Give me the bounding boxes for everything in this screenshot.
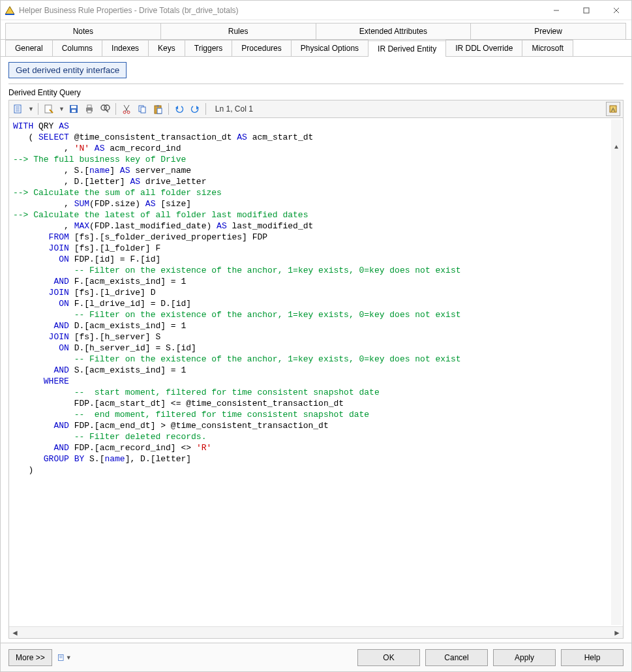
scroll-left-icon[interactable]: ◄ bbox=[9, 628, 21, 637]
ok-button[interactable]: OK bbox=[357, 649, 420, 666]
get-derived-entity-interface-button[interactable]: Get derived entity interface bbox=[8, 62, 127, 78]
tab-ir-ddl-override[interactable]: IR DDL Override bbox=[445, 40, 522, 56]
svg-rect-25 bbox=[141, 107, 145, 113]
undo-icon[interactable] bbox=[173, 102, 186, 115]
copy-icon[interactable] bbox=[136, 102, 149, 115]
tab-keys[interactable]: Keys bbox=[148, 40, 185, 56]
chevron-down-icon[interactable]: ▼ bbox=[58, 106, 65, 112]
more-button[interactable]: More >> bbox=[8, 649, 52, 666]
tab-notes[interactable]: Notes bbox=[5, 23, 161, 39]
horizontal-scrollbar[interactable]: ◄ ► bbox=[9, 626, 623, 638]
svg-rect-13 bbox=[72, 110, 76, 112]
tab-extended-attributes[interactable]: Extended Attributes bbox=[316, 23, 472, 39]
sql-editor[interactable]: WITH QRY AS ( SELECT @time_consistent_tr… bbox=[8, 118, 624, 639]
tab-triggers[interactable]: Triggers bbox=[185, 40, 233, 56]
svg-rect-15 bbox=[87, 105, 91, 108]
edit-with-tool-icon[interactable] bbox=[12, 102, 25, 115]
scroll-up-icon[interactable]: ▲ bbox=[611, 142, 622, 152]
tab-procedures[interactable]: Procedures bbox=[232, 40, 291, 56]
close-button[interactable] bbox=[601, 1, 631, 20]
svg-rect-16 bbox=[87, 110, 91, 113]
tab-ir-derived-entity[interactable]: IR Derived Entity bbox=[368, 40, 446, 57]
tab-general[interactable]: General bbox=[5, 40, 53, 56]
tab-physical-options[interactable]: Physical Options bbox=[291, 40, 369, 56]
redo-icon[interactable] bbox=[188, 102, 202, 115]
svg-rect-28 bbox=[157, 108, 162, 114]
print-icon[interactable] bbox=[83, 102, 96, 115]
app-icon bbox=[5, 5, 15, 16]
dialog-footer: More >> ▼ OK Cancel Apply Help bbox=[1, 643, 631, 671]
apply-button[interactable]: Apply bbox=[493, 649, 556, 666]
format-options-icon[interactable]: A bbox=[606, 102, 620, 116]
tab-rules[interactable]: Rules bbox=[160, 23, 316, 39]
help-button[interactable]: Help bbox=[561, 649, 624, 666]
cut-icon[interactable] bbox=[120, 102, 133, 115]
scroll-right-icon[interactable]: ► bbox=[611, 628, 623, 637]
editor-toolbar: ▼ ▼ bbox=[8, 100, 624, 118]
window-title: Helper Business Rule Properties - Drive … bbox=[19, 6, 541, 15]
editor-menu-icon[interactable] bbox=[42, 102, 55, 115]
find-icon[interactable] bbox=[98, 102, 112, 115]
svg-marker-0 bbox=[5, 7, 14, 14]
chevron-down-icon[interactable]: ▼ bbox=[27, 106, 34, 112]
svg-rect-1 bbox=[5, 14, 14, 15]
tab-microsoft[interactable]: Microsoft bbox=[522, 40, 573, 56]
section-label-derived-entity-query: Derived Entity Query bbox=[8, 88, 624, 97]
toolbar-separator bbox=[168, 103, 169, 115]
paste-icon[interactable] bbox=[151, 102, 164, 115]
toolbar-separator bbox=[38, 103, 38, 115]
titlebar: Helper Business Rule Properties - Drive … bbox=[1, 1, 631, 20]
vertical-scrollbar[interactable]: ▲ bbox=[611, 119, 622, 625]
save-icon[interactable] bbox=[67, 102, 80, 115]
svg-rect-3 bbox=[584, 8, 589, 13]
svg-rect-12 bbox=[71, 106, 76, 108]
window: Helper Business Rule Properties - Drive … bbox=[0, 0, 632, 672]
toolbar-separator bbox=[115, 103, 116, 115]
tab-preview[interactable]: Preview bbox=[470, 23, 626, 39]
tab-row-secondary: General Columns Indexes Keys Triggers Pr… bbox=[1, 40, 631, 57]
svg-point-23 bbox=[127, 111, 130, 114]
options-menu-icon[interactable]: ▼ bbox=[57, 650, 72, 665]
tab-indexes[interactable]: Indexes bbox=[102, 40, 149, 56]
tab-row-primary: Notes Rules Extended Attributes Preview bbox=[1, 23, 631, 40]
chevron-down-icon[interactable]: ▼ bbox=[65, 654, 72, 661]
svg-point-19 bbox=[104, 105, 110, 110]
sql-editor-text[interactable]: WITH QRY AS ( SELECT @time_consistent_tr… bbox=[9, 118, 623, 626]
divider bbox=[8, 84, 624, 84]
tab-columns[interactable]: Columns bbox=[52, 40, 102, 56]
svg-rect-27 bbox=[157, 105, 159, 107]
minimize-button[interactable] bbox=[541, 1, 571, 20]
cursor-position-status: Ln 1, Col 1 bbox=[215, 104, 253, 114]
toolbar-separator bbox=[205, 103, 206, 115]
content-area: Get derived entity interface Derived Ent… bbox=[1, 57, 631, 643]
svg-text:A: A bbox=[611, 106, 615, 113]
maximize-button[interactable] bbox=[571, 1, 601, 20]
svg-rect-10 bbox=[45, 105, 52, 113]
svg-point-22 bbox=[123, 111, 126, 114]
cancel-button[interactable]: Cancel bbox=[425, 649, 488, 666]
